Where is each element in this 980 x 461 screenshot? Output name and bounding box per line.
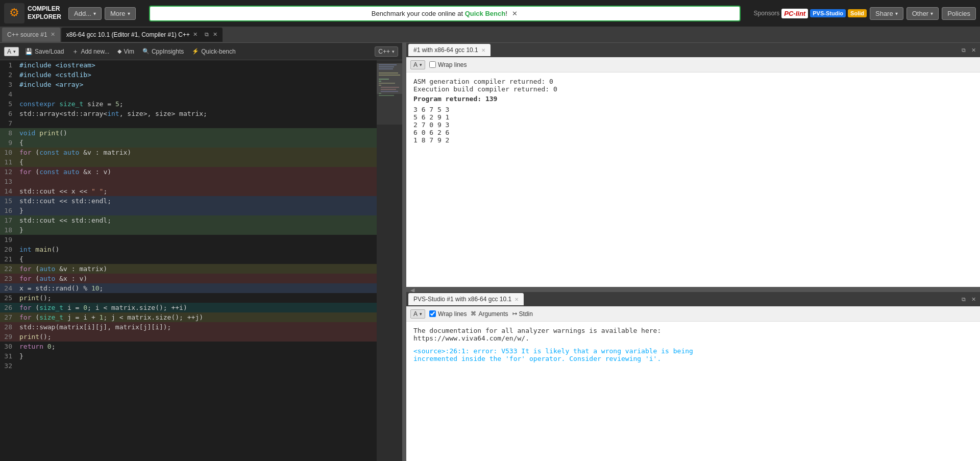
- solid-logo[interactable]: Solid: [848, 9, 867, 17]
- line-number: 6: [0, 109, 18, 118]
- line-code: for (auto &v : matrix): [18, 264, 377, 274]
- code-line-row: 1#include <iostream>: [0, 60, 377, 70]
- pvs-tab[interactable]: PVS-Studio #1 with x86-64 gcc 10.1 ✕: [408, 293, 524, 305]
- other-caret: ▾: [930, 11, 933, 16]
- pc-lint-logo[interactable]: PC-lint: [781, 9, 808, 18]
- output-tab-label: #1 with x86-64 gcc 10.1: [413, 46, 478, 54]
- tab-restore-icon[interactable]: ⧉: [205, 31, 209, 38]
- line-code: #include <array>: [18, 80, 377, 89]
- quickbench-button[interactable]: ⚡ Quick-bench: [190, 47, 237, 56]
- program-return-line: Program returned: 139: [413, 95, 973, 103]
- line-code: {: [18, 157, 377, 167]
- pvs-close-button[interactable]: ✕: [969, 295, 978, 304]
- pvs-studio-logo[interactable]: PVS-Studio: [810, 9, 846, 17]
- main-content: A ▾ 💾 Save/Load ＋ Add new... ◆ Vim 🔍 Cpp…: [0, 43, 980, 461]
- line-code: }: [18, 225, 377, 235]
- share-button[interactable]: Share ▾: [870, 7, 903, 20]
- editor-fontsize-button[interactable]: A ▾: [4, 47, 19, 56]
- benchmark-close-button[interactable]: ✕: [512, 10, 518, 17]
- output-program-line: 2 7 0 9 3: [413, 121, 973, 129]
- output-program-lines: 3 6 7 5 3 5 6 2 9 1 2 7 0 9 3 6 0 6 2 6 …: [413, 106, 973, 144]
- line-code: [18, 118, 377, 128]
- arrow-right-icon: ↦: [512, 310, 517, 317]
- pvs-fontsize-label: A: [413, 310, 418, 318]
- tab-compiler[interactable]: x86-64 gcc 10.1 (Editor #1, Compiler #1)…: [61, 28, 223, 42]
- other-button[interactable]: Other ▾: [906, 7, 939, 20]
- editor-toolbar: A ▾ 💾 Save/Load ＋ Add new... ◆ Vim 🔍 Cpp…: [0, 43, 402, 60]
- language-selector[interactable]: C++ ▾: [375, 46, 398, 57]
- code-line-row: 28 std::swap(matrix[i][j], matrix[j][i])…: [0, 322, 377, 332]
- line-code: for (auto &x : v): [18, 274, 377, 283]
- line-code: }: [18, 206, 377, 215]
- tab-compiler-close[interactable]: ✕: [193, 31, 198, 38]
- add-new-button[interactable]: ＋ Add new...: [70, 46, 111, 57]
- pvs-tab-close[interactable]: ✕: [514, 297, 519, 302]
- line-number: 13: [0, 177, 18, 186]
- code-line-row: 7: [0, 118, 377, 128]
- code-line-row: 30 return 0;: [0, 342, 377, 351]
- line-number: 24: [0, 283, 18, 293]
- line-code: return 0;: [18, 342, 377, 351]
- add-new-label: Add new...: [81, 48, 109, 55]
- pvs-arguments-button[interactable]: ⌘ Arguments: [471, 310, 508, 318]
- compiler-explorer-logo: ⚙: [4, 3, 24, 23]
- benchmark-link[interactable]: Quick Bench: [465, 10, 505, 17]
- output-fontsize-button[interactable]: A ▾: [410, 60, 425, 69]
- cppinsights-icon: 🔍: [142, 48, 150, 55]
- output-tab[interactable]: #1 with x86-64 gcc 10.1 ✕: [408, 44, 491, 56]
- line-number: 22: [0, 264, 18, 274]
- pvs-fontsize-button[interactable]: A ▾: [410, 309, 425, 319]
- output-panel: #1 with x86-64 gcc 10.1 ✕ ⧉ ✕ A ▾ Wrap l…: [406, 43, 980, 288]
- sponsors-area: Sponsors PC-lint PVS-Studio Solid: [754, 9, 867, 18]
- line-code: print();: [18, 293, 377, 303]
- save-load-button[interactable]: 💾 Save/Load: [23, 47, 66, 56]
- code-line-row: 18 }: [0, 225, 377, 235]
- line-code: for (size_t j = i + 1; j < matrix.size()…: [18, 312, 377, 322]
- exec-return-line: Execution build compiler returned: 0: [413, 85, 973, 93]
- tab-cpp-source[interactable]: C++ source #1 ✕: [2, 28, 60, 42]
- topbar: ⚙ COMPILEREXPLORER Add... ▾ More ▾ Bench…: [0, 0, 980, 27]
- output-close-button[interactable]: ✕: [969, 46, 978, 55]
- vim-button[interactable]: ◆ Vim: [115, 47, 136, 56]
- code-area[interactable]: 1#include <iostream>2#include <cstdlib>3…: [0, 60, 402, 461]
- line-number: 7: [0, 118, 18, 128]
- pvs-wrap-checkbox-label[interactable]: Wrap lines: [429, 310, 467, 318]
- more-button[interactable]: More ▾: [105, 7, 136, 20]
- line-code: [18, 177, 377, 186]
- editor-fontsize-caret: ▾: [13, 49, 16, 54]
- code-line-row: 27 for (size_t j = i + 1; j < matrix.siz…: [0, 312, 377, 322]
- code-line-row: 17 std::cout << std::endl;: [0, 215, 377, 225]
- code-line-row: 21{: [0, 254, 377, 264]
- line-number: 29: [0, 332, 18, 342]
- code-line-row: 9{: [0, 138, 377, 148]
- output-program-line: 6 0 6 2 6: [413, 129, 973, 136]
- line-code: for (size_t i = 0; i < matrix.size(); ++…: [18, 303, 377, 312]
- pvs-tab-label: PVS-Studio #1 with x86-64 gcc 10.1: [413, 296, 511, 303]
- add-button[interactable]: Add... ▾: [68, 7, 102, 20]
- code-line-row: 4: [0, 89, 377, 99]
- right-panels: #1 with x86-64 gcc 10.1 ✕ ⧉ ✕ A ▾ Wrap l…: [406, 43, 980, 461]
- line-number: 14: [0, 186, 18, 196]
- code-line-row: 22 for (auto &v : matrix): [0, 264, 377, 274]
- line-number: 3: [0, 80, 18, 89]
- output-tab-close[interactable]: ✕: [481, 47, 485, 53]
- tab-cpp-source-close[interactable]: ✕: [51, 31, 55, 38]
- svg-text:⚙: ⚙: [9, 6, 19, 19]
- pvs-restore-button[interactable]: ⧉: [960, 295, 968, 304]
- code-line-row: 15 std::cout << std::endl;: [0, 196, 377, 206]
- panel-divider[interactable]: ◀: [406, 288, 980, 292]
- line-number: 30: [0, 342, 18, 351]
- share-label: Share: [875, 10, 893, 17]
- pvs-stdin-button[interactable]: ↦ Stdin: [512, 310, 533, 318]
- pvs-wrap-checkbox[interactable]: [429, 310, 436, 317]
- cppinsights-button[interactable]: 🔍 CppInsights: [140, 47, 186, 56]
- output-restore-button[interactable]: ⧉: [960, 46, 968, 55]
- wrap-lines-checkbox[interactable]: [429, 61, 436, 68]
- code-lines-wrapper[interactable]: 1#include <iostream>2#include <cstdlib>3…: [0, 60, 377, 461]
- wrap-lines-checkbox-label[interactable]: Wrap lines: [429, 61, 467, 68]
- line-code: std::swap(matrix[i][j], matrix[j][i]);: [18, 322, 377, 332]
- tab-close2-icon[interactable]: ✕: [213, 31, 217, 38]
- quickbench-icon: ⚡: [192, 48, 199, 55]
- policies-button[interactable]: Policies: [942, 7, 976, 20]
- pvs-error-line2: incremented inside the 'for' operator. C…: [413, 355, 973, 362]
